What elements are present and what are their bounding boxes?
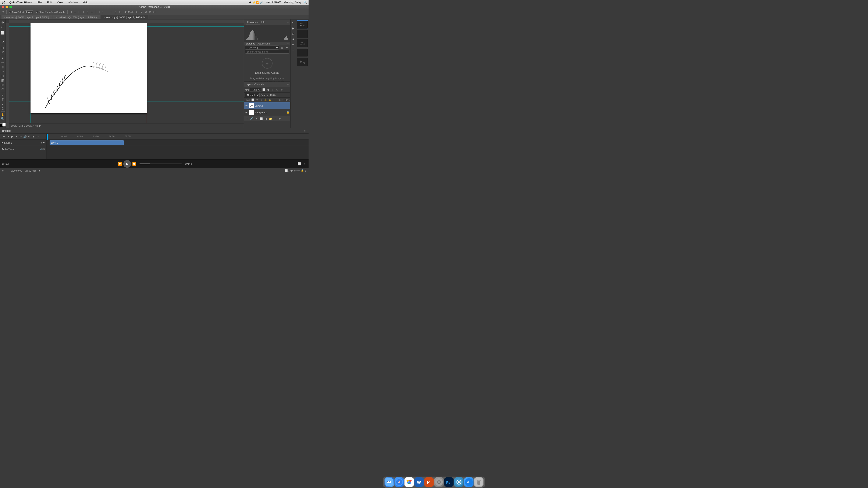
tab-close-2[interactable]: × bbox=[56, 16, 57, 19]
library-add-circle[interactable]: + bbox=[262, 58, 273, 69]
eraser-tool[interactable]: ◻ bbox=[0, 74, 5, 78]
path-select-tool[interactable]: ◂ bbox=[0, 102, 5, 106]
screenshot-thumb-2[interactable] bbox=[297, 30, 308, 38]
screenshot-thumb-5[interactable]: ShotAM.png bbox=[297, 58, 308, 66]
background-visibility-icon[interactable]: 👁 bbox=[245, 111, 248, 114]
audio-volume-icon[interactable]: 🔊 bbox=[40, 148, 42, 151]
app-name[interactable]: QuickTime Player bbox=[8, 1, 33, 4]
tab-layers[interactable]: Layers bbox=[246, 83, 253, 86]
auto-select-check[interactable]: ✓ bbox=[9, 11, 11, 13]
mask-icon[interactable]: ⬜ bbox=[259, 117, 263, 121]
layers-collapse[interactable]: ≡ bbox=[287, 83, 289, 86]
distribute-h-icon[interactable]: ⋮ bbox=[101, 10, 104, 14]
distribute-v-icon[interactable]: ⋮ bbox=[114, 10, 117, 14]
search-icon[interactable]: 🔍 bbox=[304, 1, 307, 4]
rm-text-icon[interactable]: A bbox=[291, 37, 296, 41]
menu-window[interactable]: Window bbox=[67, 1, 79, 4]
move-tool-icon[interactable]: ✥ bbox=[1, 10, 5, 14]
rm-brush-icon[interactable]: ✏ bbox=[291, 42, 296, 47]
align-center-v-icon[interactable]: ⊥ bbox=[73, 10, 77, 14]
screenshot-thumb-1[interactable]: ShotAM.png bbox=[297, 20, 308, 29]
timeline-layer2-track[interactable]: Layer 2 bbox=[46, 139, 309, 146]
history-brush-tool[interactable]: ↩ bbox=[0, 69, 5, 74]
lock-icon[interactable]: 🔒 bbox=[268, 98, 272, 102]
layer-row-layer2[interactable]: 👁 Layer 2 bbox=[244, 102, 290, 109]
brush-tool[interactable]: ✏ bbox=[0, 61, 5, 65]
lock-position-icon[interactable]: ✥ bbox=[255, 98, 259, 102]
tc-play-icon[interactable]: ▶ bbox=[10, 134, 14, 139]
rm-play-icon[interactable]: ▶ bbox=[291, 26, 296, 31]
apple-menu[interactable]: ⌘ bbox=[2, 0, 5, 4]
tab-info[interactable]: Info bbox=[259, 20, 267, 25]
ps-canvas-area[interactable]: 100% Doc: 1.10M/1.47M ▶ bbox=[5, 20, 244, 128]
tc-back-icon[interactable]: ◂ bbox=[6, 134, 10, 139]
layers-kind-dropdown[interactable]: Kind bbox=[250, 88, 261, 92]
audio-options-icon[interactable]: ⊞ bbox=[43, 148, 45, 151]
track-options-icon[interactable]: ⊞ bbox=[40, 141, 42, 144]
timeline-timebar[interactable]: 01:00f 02:00f 03:00f 04:00f 05:00f bbox=[46, 134, 309, 139]
canvas-viewport[interactable] bbox=[9, 23, 244, 123]
tab-libraries[interactable]: Libraries bbox=[246, 42, 255, 45]
pen-tool[interactable]: ✒ bbox=[0, 93, 5, 97]
blur-tool[interactable]: ◎ bbox=[0, 83, 5, 87]
tab-close-1[interactable]: × bbox=[4, 16, 5, 19]
minimize-button[interactable] bbox=[5, 6, 8, 8]
library-search-input[interactable] bbox=[245, 50, 289, 54]
align-top-icon[interactable]: ⊤ bbox=[82, 10, 85, 14]
gradient-tool[interactable]: ▦ bbox=[0, 78, 5, 83]
adjustment-filter-icon[interactable]: ◑ bbox=[267, 88, 270, 92]
adjustment-icon[interactable]: ◑ bbox=[264, 117, 268, 121]
hand-tool[interactable]: ✋ bbox=[0, 112, 5, 117]
marquee-tool[interactable]: ⬜ bbox=[0, 31, 5, 35]
tc-forward-icon[interactable]: ▸ bbox=[14, 134, 19, 139]
histogram-collapse[interactable]: ≡ bbox=[287, 21, 289, 24]
tab-vine-psd[interactable]: × vine.psd @ 100% (Layer 2 copy, RGB/8#)… bbox=[1, 15, 53, 19]
dodge-tool[interactable]: ⬭ bbox=[0, 87, 5, 91]
group-icon[interactable]: 📁 bbox=[269, 117, 272, 121]
blend-mode-dropdown[interactable]: Normal bbox=[245, 93, 259, 97]
fg-bg-colors[interactable] bbox=[0, 123, 6, 127]
rm-grid-icon[interactable]: ⊞ bbox=[291, 31, 296, 36]
auto-select-dropdown[interactable]: Layer bbox=[25, 10, 33, 14]
rm-layers-icon[interactable]: ≡ bbox=[291, 48, 296, 53]
expand-icon[interactable]: ▶ bbox=[39, 124, 41, 127]
lock-pixels-icon[interactable]: ⬜ bbox=[251, 98, 254, 102]
vc-progress-bar[interactable] bbox=[140, 164, 182, 164]
align-left-icon[interactable]: ⊣ bbox=[69, 10, 72, 14]
tc-record-icon[interactable]: ⏺ bbox=[31, 134, 36, 139]
tc-more-icon[interactable]: ⋯ bbox=[36, 134, 40, 139]
library-grid-icon[interactable]: ⊞ bbox=[280, 45, 284, 50]
timeline-audio-track[interactable] bbox=[46, 146, 309, 152]
menu-file[interactable]: File bbox=[37, 1, 43, 4]
align-center-h-icon[interactable]: ⋮ bbox=[86, 10, 89, 14]
smart-filter-icon[interactable]: ⚙ bbox=[280, 88, 283, 92]
dolly-icon[interactable]: ⬡ bbox=[152, 10, 156, 14]
maximize-button[interactable] bbox=[9, 6, 12, 8]
show-transform-checkbox[interactable]: ✓ Show Transform Controls bbox=[35, 10, 66, 14]
align-right-icon[interactable]: ⊢ bbox=[78, 10, 81, 14]
layer2-visibility-icon[interactable]: 👁 bbox=[245, 104, 248, 107]
tab-histogram[interactable]: Histogram bbox=[246, 20, 259, 25]
lasso-tool[interactable]: ⌒ bbox=[0, 35, 5, 39]
distribute-left-icon[interactable]: ⊣ bbox=[97, 10, 100, 14]
vc-fastforward-icon[interactable]: ⏩ bbox=[131, 161, 138, 167]
tab-adjustments[interactable]: Adjustments bbox=[257, 42, 271, 45]
library-dropdown[interactable]: My Library bbox=[245, 45, 279, 50]
tc-settings-icon[interactable]: ⚙ bbox=[27, 134, 31, 139]
distribute-right-icon[interactable]: ⊢ bbox=[105, 10, 109, 14]
tab-close-3[interactable]: × bbox=[103, 16, 105, 19]
vc-play-button[interactable]: ▶ bbox=[123, 160, 131, 168]
rotate-icon[interactable]: ↻ bbox=[140, 10, 143, 14]
timeline-menu-icon[interactable]: ≡ bbox=[303, 129, 307, 133]
vc-fullscreen-icon[interactable]: ⬜ bbox=[297, 162, 301, 166]
tc-prev-frame-icon[interactable]: ⏮ bbox=[2, 134, 6, 139]
3d-icon[interactable]: ⬡ bbox=[135, 10, 139, 14]
shape-tool[interactable]: ⬡ bbox=[0, 106, 5, 110]
tc-audio-icon[interactable]: 🔊 bbox=[23, 134, 27, 139]
track-expand-icon[interactable]: ▶ bbox=[2, 141, 3, 144]
ps-canvas[interactable] bbox=[31, 23, 147, 113]
eyedropper-tool[interactable]: 🖉 bbox=[0, 50, 5, 55]
layer-effects-icon[interactable]: ƒ bbox=[254, 117, 258, 121]
pan-icon[interactable]: ✥ bbox=[148, 10, 152, 14]
orbit-icon[interactable]: ◎ bbox=[144, 10, 147, 14]
